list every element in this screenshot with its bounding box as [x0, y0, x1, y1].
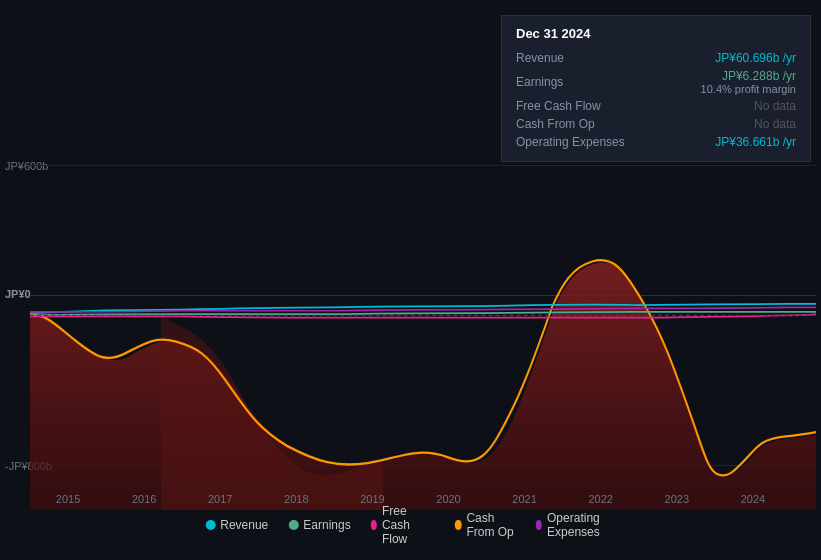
earnings-label: Earnings	[516, 75, 636, 89]
free-cash-flow-value: No data	[754, 99, 796, 113]
legend-earnings: Earnings	[288, 518, 350, 532]
info-card: Dec 31 2024 Revenue JP¥60.696b /yr Earni…	[501, 15, 811, 162]
legend-label-free-cash-flow: Free Cash Flow	[382, 504, 435, 546]
legend-operating-expenses: Operating Expenses	[536, 511, 616, 539]
legend-dot-free-cash-flow	[371, 520, 377, 530]
earnings-row: Earnings JP¥6.288b /yr 10.4% profit marg…	[516, 67, 796, 97]
cash-from-op-value: No data	[754, 117, 796, 131]
legend-dot-earnings	[288, 520, 298, 530]
legend-dot-revenue	[205, 520, 215, 530]
legend-dot-operating-expenses	[536, 520, 542, 530]
operating-expenses-label: Operating Expenses	[516, 135, 636, 149]
cash-from-op-row: Cash From Op No data	[516, 115, 796, 133]
x-label-2024: 2024	[741, 493, 765, 505]
revenue-label: Revenue	[516, 51, 636, 65]
profit-margin: 10.4% profit margin	[701, 83, 796, 95]
operating-expenses-row: Operating Expenses JP¥36.661b /yr	[516, 133, 796, 151]
chart-area	[30, 155, 816, 510]
legend-label-cash-from-op: Cash From Op	[466, 511, 515, 539]
chart-container: Dec 31 2024 Revenue JP¥60.696b /yr Earni…	[0, 0, 821, 560]
chart-legend: Revenue Earnings Free Cash Flow Cash Fro…	[205, 504, 616, 546]
legend-cash-from-op: Cash From Op	[455, 511, 516, 539]
x-label-2016: 2016	[132, 493, 156, 505]
legend-free-cash-flow: Free Cash Flow	[371, 504, 435, 546]
info-card-date: Dec 31 2024	[516, 26, 796, 41]
free-cash-flow-label: Free Cash Flow	[516, 99, 636, 113]
legend-label-operating-expenses: Operating Expenses	[547, 511, 616, 539]
free-cash-flow-row: Free Cash Flow No data	[516, 97, 796, 115]
y-axis-mid: JP¥0	[5, 288, 31, 300]
legend-label-revenue: Revenue	[220, 518, 268, 532]
revenue-value: JP¥60.696b /yr	[715, 51, 796, 65]
legend-label-earnings: Earnings	[303, 518, 350, 532]
x-label-2015: 2015	[56, 493, 80, 505]
revenue-row: Revenue JP¥60.696b /yr	[516, 49, 796, 67]
operating-expenses-value: JP¥36.661b /yr	[715, 135, 796, 149]
x-label-2023: 2023	[665, 493, 689, 505]
legend-dot-cash-from-op	[455, 520, 461, 530]
earnings-value: JP¥6.288b /yr	[701, 69, 796, 83]
legend-revenue: Revenue	[205, 518, 268, 532]
cash-from-op-label: Cash From Op	[516, 117, 636, 131]
